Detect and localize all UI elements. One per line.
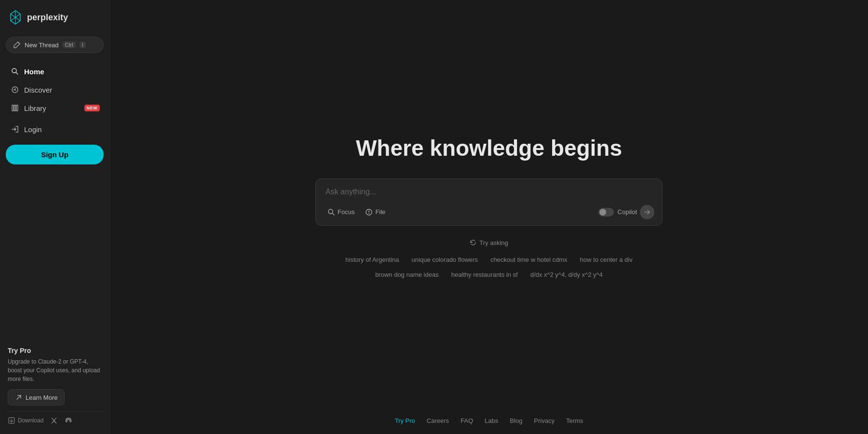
login-icon <box>11 125 19 134</box>
search-input-area <box>316 179 662 201</box>
twitter-item[interactable] <box>50 417 58 424</box>
download-label: Download <box>18 417 43 424</box>
discord-icon <box>65 417 72 424</box>
suggestion-3[interactable]: how to center a div <box>576 254 637 265</box>
sidebar-library-label: Library <box>24 104 46 112</box>
file-button[interactable]: File <box>361 206 389 218</box>
toggle-switch[interactable] <box>598 208 614 217</box>
learn-more-label: Learn More <box>26 394 57 401</box>
suggestions-row-1: history of Argentina unique colorado flo… <box>341 254 636 265</box>
download-item[interactable]: Download <box>8 417 43 424</box>
svg-rect-3 <box>14 105 16 111</box>
suggestion-0[interactable]: history of Argentina <box>341 254 403 265</box>
compass-icon <box>11 85 19 94</box>
download-icon <box>8 417 15 424</box>
new-thread-label: New Thread <box>25 41 59 49</box>
svg-rect-2 <box>12 105 14 111</box>
try-pro-section: Try Pro Upgrade to Claude-2 or GPT-4, bo… <box>6 343 104 411</box>
library-icon <box>11 104 19 112</box>
signup-button[interactable]: Sign Up <box>6 145 104 164</box>
search-toolbar: Focus File Copilot <box>316 201 662 225</box>
login-label: Login <box>24 125 42 134</box>
hero-title: Where knowledge begins <box>356 135 622 161</box>
sidebar-nav: Home Discover Library NEW <box>6 63 104 118</box>
shortcut-i: I <box>80 41 86 48</box>
footer-terms[interactable]: Terms <box>566 417 583 424</box>
suggestion-2[interactable]: checkout time w hotel cdmx <box>487 254 571 265</box>
search-icon <box>11 67 19 76</box>
sidebar-home-label: Home <box>24 68 44 76</box>
sidebar-footer: Download <box>6 411 104 426</box>
focus-icon <box>327 208 335 216</box>
submit-button[interactable] <box>640 205 654 219</box>
footer-blog[interactable]: Blog <box>510 417 522 424</box>
svg-rect-4 <box>16 105 18 111</box>
external-link-icon <box>15 393 23 401</box>
sidebar-item-discover[interactable]: Discover <box>6 81 104 98</box>
search-box: Focus File Copilot <box>315 178 663 226</box>
new-thread-button[interactable]: New Thread Ctrl I <box>6 37 104 53</box>
perplexity-logo-icon <box>8 10 23 25</box>
sidebar-item-login[interactable]: Login <box>6 121 104 138</box>
focus-button[interactable]: Focus <box>324 206 358 218</box>
discord-item[interactable] <box>65 417 72 424</box>
logo-text: perplexity <box>27 13 68 23</box>
try-pro-description: Upgrade to Claude-2 or GPT-4, boost your… <box>8 357 102 383</box>
copilot-toggle[interactable]: Copilot <box>598 208 637 217</box>
try-asking[interactable]: Try asking <box>470 239 508 246</box>
sidebar-discover-label: Discover <box>24 86 52 94</box>
file-icon <box>365 208 373 216</box>
focus-label: Focus <box>338 208 354 216</box>
copilot-label: Copilot <box>618 208 637 216</box>
suggestion-5[interactable]: healthy restaurants in sf <box>448 269 522 280</box>
toggle-knob <box>599 209 606 216</box>
footer-labs[interactable]: Labs <box>485 417 498 424</box>
footer-faq[interactable]: FAQ <box>461 417 473 424</box>
main-footer: Try Pro Careers FAQ Labs Blog Privacy Te… <box>395 417 583 424</box>
suggestion-6[interactable]: d/dx x^2 y^4, d/dy x^2 y^4 <box>527 269 607 280</box>
logo-area: perplexity <box>6 8 104 27</box>
footer-try-pro[interactable]: Try Pro <box>395 417 415 424</box>
footer-careers[interactable]: Careers <box>427 417 449 424</box>
try-pro-title: Try Pro <box>8 347 102 354</box>
arrow-right-icon <box>644 209 651 216</box>
suggestion-4[interactable]: brown dog name ideas <box>371 269 443 280</box>
main-content: Where knowledge begins Focus File <box>110 0 868 434</box>
sidebar-item-library[interactable]: Library NEW <box>6 99 104 117</box>
suggestion-1[interactable]: unique colorado flowers <box>408 254 482 265</box>
sidebar: perplexity New Thread Ctrl I Home <box>0 0 110 434</box>
try-asking-label: Try asking <box>479 239 508 246</box>
signup-label: Sign Up <box>41 150 68 159</box>
new-badge: NEW <box>84 105 100 111</box>
learn-more-button[interactable]: Learn More <box>8 389 65 406</box>
suggestions-row-2: brown dog name ideas healthy restaurants… <box>371 269 607 280</box>
file-label: File <box>375 208 385 216</box>
footer-privacy[interactable]: Privacy <box>534 417 555 424</box>
search-input[interactable] <box>326 188 652 196</box>
sidebar-item-home[interactable]: Home <box>6 63 104 80</box>
edit-icon <box>13 41 21 49</box>
refresh-icon <box>470 239 476 246</box>
twitter-icon <box>50 417 58 424</box>
shortcut-ctrl: Ctrl <box>63 41 76 48</box>
